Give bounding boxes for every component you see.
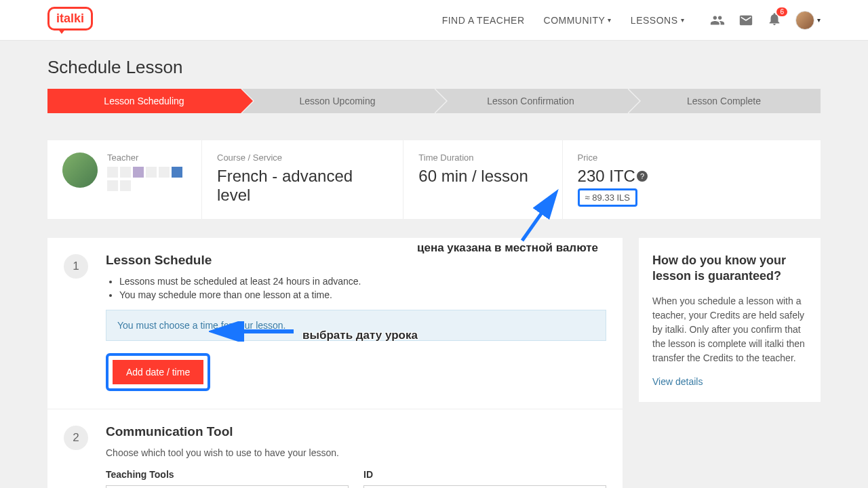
main-nav: FIND A TEACHER COMMUNITY▾ LESSONS▾ 6 ▾ (442, 11, 821, 30)
add-date-button[interactable]: Add date / time (113, 360, 203, 384)
people-icon[interactable] (710, 13, 725, 28)
mail-icon[interactable] (738, 13, 753, 28)
teacher-name-redacted (107, 167, 182, 178)
course-cell: Course / Service French - advanced level (202, 140, 403, 219)
nav-lessons[interactable]: LESSONS▾ (631, 15, 684, 26)
course-value: French - advanced level (217, 167, 388, 205)
id-input[interactable] (363, 485, 606, 488)
chevron-down-icon: ▾ (681, 16, 685, 24)
chevron-down-icon: ▾ (817, 16, 821, 24)
add-date-highlight: Add date / time (106, 353, 210, 391)
main-row: 1 Lesson Schedule Lessons must be schedu… (47, 238, 821, 488)
sidebar-title: How do you know your lesson is guarantee… (652, 253, 807, 285)
id-label: ID (363, 469, 606, 480)
comm-desc: Choose which tool you wish to use to hav… (106, 447, 606, 458)
schedule-rules: Lessons must be scheduled at least 24 ho… (106, 276, 606, 300)
teacher-label: Teacher (107, 152, 182, 163)
sidebar-text: When you schedule a lesson with a teache… (652, 294, 807, 365)
section-schedule: 1 Lesson Schedule Lessons must be schedu… (47, 238, 623, 409)
lesson-summary: Teacher Course / Service French - advanc… (47, 140, 821, 219)
teacher-name-redacted-2 (107, 180, 182, 191)
course-label: Course / Service (217, 152, 388, 163)
top-bar: italki FIND A TEACHER COMMUNITY▾ LESSONS… (0, 0, 868, 41)
section-communication: 2 Communication Tool Choose which tool y… (47, 409, 623, 488)
logo-text: italki (47, 7, 93, 30)
price-local-currency: ≈ 89.33 ILS (578, 188, 637, 207)
notification-badge: 6 (776, 7, 787, 16)
sidebar-panel: How do you know your lesson is guarantee… (639, 238, 821, 402)
step-number-1: 1 (64, 254, 88, 279)
view-details-link[interactable]: View details (652, 376, 703, 387)
info-box: You must choose a time for your lesson. (106, 310, 606, 341)
step-upcoming: Lesson Upcoming (241, 89, 434, 113)
tools-label: Teaching Tools (106, 469, 349, 480)
teacher-avatar[interactable] (62, 152, 98, 188)
progress-steps: Lesson Scheduling Lesson Upcoming Lesson… (47, 89, 821, 113)
logo[interactable]: italki (47, 7, 102, 34)
schedule-title: Lesson Schedule (106, 253, 606, 268)
help-icon[interactable]: ? (637, 171, 648, 182)
nav-find-teacher[interactable]: FIND A TEACHER (442, 15, 525, 26)
teacher-cell: Teacher (47, 140, 202, 219)
comm-title: Communication Tool (106, 424, 606, 439)
notifications[interactable]: 6 (767, 12, 782, 28)
rule-item: Lessons must be scheduled at least 24 ho… (119, 276, 606, 287)
page-container: Schedule Lesson Lesson Scheduling Lesson… (47, 41, 821, 488)
nav-icons: 6 ▾ (710, 11, 821, 30)
tools-select[interactable]: Skype (106, 485, 349, 488)
price-cell: Price 230 ITC? ≈ 89.33 ILS (563, 140, 821, 219)
price-label: Price (578, 152, 806, 163)
duration-cell: Time Duration 60 min / lesson (403, 140, 562, 219)
left-column: 1 Lesson Schedule Lessons must be schedu… (47, 238, 623, 488)
step-confirmation: Lesson Confirmation (434, 89, 627, 113)
step-complete: Lesson Complete (627, 89, 821, 113)
page-title: Schedule Lesson (47, 57, 821, 78)
duration-value: 60 min / lesson (418, 167, 547, 186)
step-number-2: 2 (64, 426, 88, 450)
rule-item: You may schedule more than one lesson at… (119, 289, 606, 300)
step-scheduling[interactable]: Lesson Scheduling (47, 89, 241, 113)
duration-label: Time Duration (418, 152, 547, 163)
price-value: 230 ITC? (578, 167, 806, 186)
avatar-icon (795, 11, 814, 30)
chevron-down-icon: ▾ (608, 16, 612, 24)
nav-community[interactable]: COMMUNITY▾ (544, 15, 612, 26)
user-menu[interactable]: ▾ (795, 11, 821, 30)
